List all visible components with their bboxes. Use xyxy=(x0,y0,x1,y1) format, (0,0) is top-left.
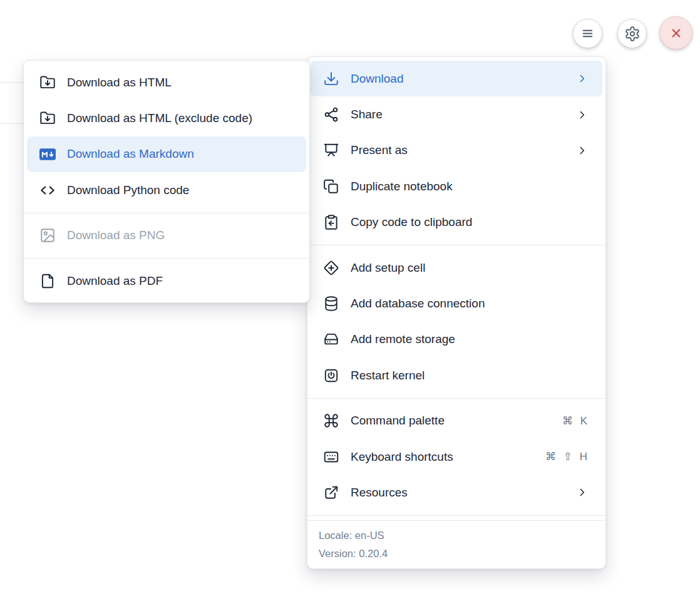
menu-item-command-palette[interactable]: Command palette⌘ K xyxy=(311,403,602,439)
file-icon xyxy=(39,273,56,289)
markdown-icon xyxy=(39,146,56,162)
share-icon xyxy=(323,106,339,123)
presentation-icon xyxy=(323,142,339,158)
menu-item-download-python-code[interactable]: Download Python code xyxy=(27,172,306,208)
menu-item-download-as-pdf[interactable]: Download as PDF xyxy=(27,263,306,299)
menu-divider xyxy=(307,245,605,245)
menu-divider xyxy=(24,213,309,213)
menu-divider xyxy=(307,515,605,516)
hard-drive-icon xyxy=(323,331,339,347)
gear-icon xyxy=(624,26,641,42)
notebook-menu-items: DownloadSharePresent asDuplicate noteboo… xyxy=(311,61,602,516)
database-icon xyxy=(323,295,339,312)
power-icon xyxy=(323,367,339,384)
clipboard-copy-icon xyxy=(323,214,339,230)
menu-item-download[interactable]: Download xyxy=(311,61,602,96)
chevron-right-icon xyxy=(577,145,587,156)
menu-item-copy-code-to-clipboard[interactable]: Copy code to clipboard xyxy=(311,205,602,240)
code-icon xyxy=(39,182,56,198)
version-text: Version: 0.20.4 xyxy=(307,545,605,563)
menu-item-restart-kernel[interactable]: Restart kernel xyxy=(311,357,602,393)
menu-item-keyboard-shortcuts[interactable]: Keyboard shortcuts⌘ ⇧ H xyxy=(311,439,602,475)
diamond-plus-icon xyxy=(323,260,339,276)
menu-item-share[interactable]: Share xyxy=(311,96,602,132)
image-icon xyxy=(39,227,56,244)
menu-divider xyxy=(24,258,309,259)
download-submenu: Download as HTMLDownload as HTML (exclud… xyxy=(23,60,310,303)
menu-item-download-as-png: Download as PNG xyxy=(27,218,306,254)
hamburger-menu-button[interactable] xyxy=(573,19,602,48)
notebook-menu: DownloadSharePresent asDuplicate noteboo… xyxy=(307,56,606,569)
menu-footer: Locale: en-US Version: 0.20.4 xyxy=(307,520,605,568)
shortcut-hint: ⌘ ⇧ H xyxy=(545,450,587,463)
download-icon xyxy=(323,71,339,87)
keyboard-icon xyxy=(323,449,339,465)
external-link-icon xyxy=(323,485,339,501)
menu-item-add-database-connection[interactable]: Add database connection xyxy=(311,285,602,321)
command-icon xyxy=(323,413,339,429)
folder-down-icon xyxy=(39,110,56,126)
shortcut-hint: ⌘ K xyxy=(562,414,587,428)
locale-text: Locale: en-US xyxy=(307,526,605,545)
close-button[interactable] xyxy=(659,16,692,49)
copy-icon xyxy=(323,178,339,195)
chevron-right-icon xyxy=(577,487,587,498)
page-divider-line xyxy=(0,82,26,83)
menu-item-add-setup-cell[interactable]: Add setup cell xyxy=(311,250,602,285)
chevron-right-icon xyxy=(577,110,587,120)
menu-item-duplicate-notebook[interactable]: Duplicate notebook xyxy=(311,168,602,204)
menu-item-present-as[interactable]: Present as xyxy=(311,133,602,168)
hamburger-icon xyxy=(580,26,595,41)
menu-item-resources[interactable]: Resources xyxy=(311,475,602,510)
chevron-right-icon xyxy=(577,73,587,84)
close-icon xyxy=(668,25,684,41)
menu-divider xyxy=(307,398,605,399)
menu-item-download-as-markdown[interactable]: Download as Markdown xyxy=(27,136,306,172)
page-divider-line xyxy=(0,123,26,124)
menu-item-download-as-html-exclude-code[interactable]: Download as HTML (exclude code) xyxy=(27,100,306,136)
download-submenu-items: Download as HTMLDownload as HTML (exclud… xyxy=(27,64,306,299)
folder-down-icon xyxy=(39,74,56,91)
menu-item-add-remote-storage[interactable]: Add remote storage xyxy=(311,322,602,357)
settings-button[interactable] xyxy=(617,19,647,48)
menu-item-download-as-html[interactable]: Download as HTML xyxy=(27,64,306,100)
